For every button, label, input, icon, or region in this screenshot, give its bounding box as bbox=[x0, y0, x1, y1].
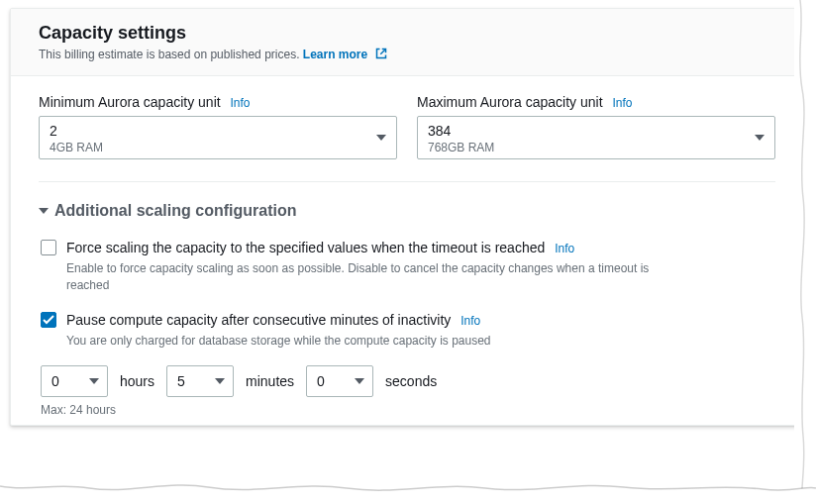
panel-title: Capacity settings bbox=[39, 23, 775, 44]
min-capacity-select[interactable]: 2 4GB RAM bbox=[39, 116, 397, 159]
inactivity-time-row: 0 hours 5 minutes 0 bbox=[39, 365, 775, 397]
caret-down-icon bbox=[376, 135, 386, 141]
min-capacity-sub: 4GB RAM bbox=[50, 141, 362, 154]
seconds-value: 0 bbox=[317, 373, 325, 389]
seconds-unit: seconds bbox=[385, 373, 437, 389]
max-capacity-label: Maximum Aurora capacity unit Info bbox=[417, 94, 775, 110]
learn-more-link[interactable]: Learn more bbox=[303, 48, 387, 61]
caret-down-icon bbox=[89, 378, 99, 384]
section-title: Additional scaling configuration bbox=[54, 202, 296, 220]
minutes-unit: minutes bbox=[246, 373, 294, 389]
caret-down-icon bbox=[355, 378, 364, 384]
pause-compute-label: Pause compute capacity after consecutive… bbox=[66, 310, 670, 330]
force-scaling-desc: Enable to force capacity scaling as soon… bbox=[66, 260, 670, 295]
panel-subtitle: This billing estimate is based on publis… bbox=[39, 48, 775, 61]
pause-compute-option: Pause compute capacity after consecutive… bbox=[39, 310, 775, 350]
max-capacity-sub: 768GB RAM bbox=[428, 141, 741, 154]
force-scaling-option: Force scaling the capacity to the specif… bbox=[39, 238, 775, 294]
max-capacity-label-text: Maximum Aurora capacity unit bbox=[417, 94, 603, 110]
min-capacity-label: Minimum Aurora capacity unit Info bbox=[39, 94, 397, 110]
panel-body: Minimum Aurora capacity unit Info 2 4GB … bbox=[11, 76, 803, 425]
max-capacity-info-link[interactable]: Info bbox=[612, 96, 632, 110]
pause-compute-info-link[interactable]: Info bbox=[460, 314, 480, 328]
force-scaling-label-text: Force scaling the capacity to the specif… bbox=[66, 240, 545, 255]
hours-unit: hours bbox=[120, 373, 154, 389]
pause-compute-label-text: Pause compute capacity after consecutive… bbox=[66, 312, 451, 328]
learn-more-label: Learn more bbox=[303, 48, 367, 61]
max-capacity-field: Maximum Aurora capacity unit Info 384 76… bbox=[417, 94, 775, 159]
min-capacity-field: Minimum Aurora capacity unit Info 2 4GB … bbox=[39, 94, 397, 159]
caret-down-icon bbox=[39, 208, 49, 214]
minutes-select[interactable]: 5 bbox=[166, 365, 234, 397]
minutes-value: 5 bbox=[177, 373, 185, 389]
min-capacity-label-text: Minimum Aurora capacity unit bbox=[39, 94, 221, 110]
panel-header: Capacity settings This billing estimate … bbox=[11, 9, 803, 76]
torn-edge-bottom bbox=[0, 478, 816, 504]
max-time-hint: Max: 24 hours bbox=[39, 403, 775, 417]
max-capacity-select[interactable]: 384 768GB RAM bbox=[417, 116, 775, 159]
force-scaling-checkbox[interactable] bbox=[41, 240, 56, 255]
force-scaling-info-link[interactable]: Info bbox=[555, 242, 574, 255]
caret-down-icon bbox=[215, 378, 225, 384]
section-toggle[interactable]: Additional scaling configuration bbox=[39, 202, 775, 220]
capacity-row: Minimum Aurora capacity unit Info 2 4GB … bbox=[39, 94, 775, 159]
subtitle-text: This billing estimate is based on publis… bbox=[39, 48, 299, 61]
hours-value: 0 bbox=[51, 373, 59, 389]
max-capacity-value: 384 bbox=[428, 123, 741, 140]
additional-scaling-section: Additional scaling configuration Force s… bbox=[39, 181, 775, 417]
force-scaling-label: Force scaling the capacity to the specif… bbox=[66, 238, 670, 257]
min-capacity-info-link[interactable]: Info bbox=[231, 96, 251, 110]
seconds-select[interactable]: 0 bbox=[306, 365, 373, 397]
pause-compute-desc: You are only charged for database storag… bbox=[66, 333, 670, 350]
hours-select[interactable]: 0 bbox=[41, 365, 108, 397]
pause-compute-checkbox[interactable] bbox=[41, 312, 56, 328]
caret-down-icon bbox=[755, 135, 765, 141]
min-capacity-value: 2 bbox=[50, 123, 362, 140]
external-link-icon bbox=[375, 48, 387, 59]
capacity-settings-panel: Capacity settings This billing estimate … bbox=[10, 8, 804, 426]
